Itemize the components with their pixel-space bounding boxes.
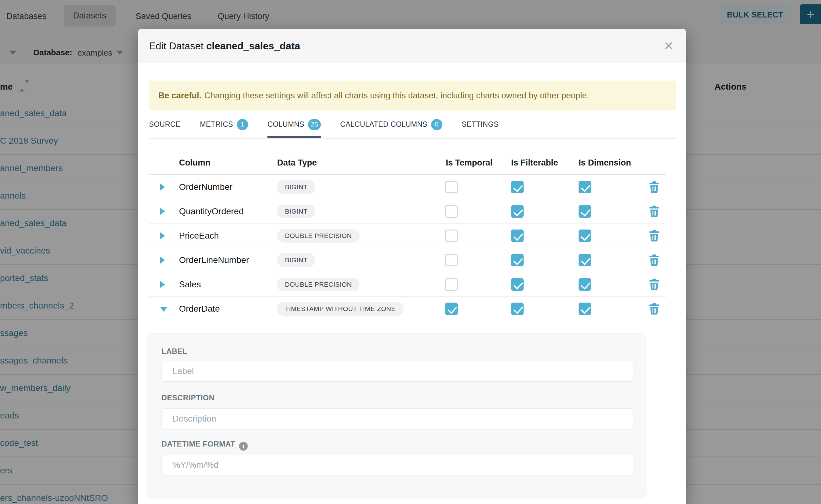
is-dimension-checkbox[interactable]	[579, 181, 591, 193]
columns-table: Column Data Type Is Temporal Is Filterab…	[149, 151, 666, 321]
tab-label: SETTINGS	[462, 120, 499, 129]
tab-count-badge: 0	[431, 119, 443, 130]
chevron-right-icon[interactable]	[160, 257, 165, 264]
tab-source[interactable]: SOURCE	[149, 111, 180, 138]
tab-label: METRICS	[200, 120, 233, 129]
columns-table-header: Column Data Type Is Temporal Is Filterab…	[149, 151, 666, 175]
column-name: Sales	[179, 279, 201, 289]
column-row: OrderLineNumberBIGINT	[149, 248, 666, 272]
is-temporal-checkbox[interactable]	[445, 254, 458, 266]
app-root: Databases Datasets Saved Queries Query H…	[0, 0, 821, 504]
column-row: OrderDateTIMESTAMP WITHOUT TIME ZONE	[149, 297, 666, 321]
trash-icon[interactable]	[649, 279, 660, 290]
column-detail-panel: LABEL DESCRIPTION DATETIME FORMATi	[147, 334, 645, 496]
column-row: QuantityOrderedBIGINT	[149, 199, 666, 224]
column-name: PriceEach	[179, 231, 219, 241]
datetime-format-input[interactable]	[161, 455, 633, 475]
is-dimension-checkbox[interactable]	[579, 230, 591, 242]
is-dimension-checkbox[interactable]	[579, 205, 591, 218]
column-row: PriceEachDOUBLE PRECISION	[149, 224, 666, 248]
tab-count-badge: 25	[308, 119, 321, 130]
is-temporal-checkbox[interactable]	[445, 278, 458, 291]
is-filterable-checkbox[interactable]	[511, 278, 524, 291]
modal-tabs: SOURCEMETRICS1COLUMNS25CALCULATED COLUMN…	[149, 111, 676, 139]
close-icon[interactable]: ✕	[664, 40, 674, 52]
is-filterable-checkbox[interactable]	[511, 205, 524, 218]
trash-icon[interactable]	[649, 303, 660, 315]
is-dimension-checkbox[interactable]	[579, 278, 591, 291]
trash-icon[interactable]	[649, 205, 660, 217]
data-type-pill: BIGINT	[277, 205, 315, 218]
is-temporal-checkbox[interactable]	[445, 181, 458, 193]
is-temporal-checkbox[interactable]	[445, 303, 458, 315]
is-dimension-checkbox[interactable]	[579, 254, 591, 266]
description-field-label: DESCRIPTION	[161, 393, 215, 402]
edit-dataset-modal: Edit Dataset cleaned_sales_data ✕ Be car…	[138, 29, 686, 504]
tab-count-badge: 1	[237, 119, 248, 130]
trash-icon[interactable]	[649, 230, 660, 242]
chevron-down-icon[interactable]	[160, 307, 167, 312]
tab-calculated-columns[interactable]: CALCULATED COLUMNS0	[340, 111, 443, 138]
description-input[interactable]	[161, 408, 633, 429]
modal-header: Edit Dataset cleaned_sales_data ✕	[138, 29, 686, 63]
is-filterable-checkbox[interactable]	[511, 254, 524, 266]
column-row: OrderNumberBIGINT	[149, 175, 666, 199]
data-type-pill: DOUBLE PRECISION	[277, 229, 359, 243]
column-name: OrderNumber	[179, 182, 232, 192]
data-type-pill: TIMESTAMP WITHOUT TIME ZONE	[277, 302, 403, 316]
data-type-pill: BIGINT	[277, 253, 315, 267]
column-name: QuantityOrdered	[179, 206, 244, 216]
tab-label: CALCULATED COLUMNS	[340, 120, 428, 129]
modal-body: Be careful. Changing these settings will…	[138, 81, 686, 496]
is-temporal-checkbox[interactable]	[445, 230, 458, 242]
warning-banner: Be careful. Changing these settings will…	[149, 81, 676, 111]
trash-icon[interactable]	[649, 181, 660, 193]
chevron-right-icon[interactable]	[160, 184, 165, 190]
is-filterable-checkbox[interactable]	[511, 230, 524, 242]
label-input[interactable]	[161, 361, 633, 382]
is-temporal-checkbox[interactable]	[445, 205, 458, 218]
tab-metrics[interactable]: METRICS1	[200, 111, 248, 138]
info-icon[interactable]: i	[239, 442, 248, 451]
tab-label: SOURCE	[149, 120, 180, 129]
chevron-right-icon[interactable]	[160, 208, 165, 215]
modal-title: Edit Dataset cleaned_sales_data	[149, 40, 300, 52]
tab-settings[interactable]: SETTINGS	[462, 111, 499, 138]
data-type-pill: BIGINT	[277, 180, 315, 194]
is-dimension-checkbox[interactable]	[579, 303, 591, 315]
data-type-pill: DOUBLE PRECISION	[277, 278, 359, 291]
is-filterable-checkbox[interactable]	[511, 181, 524, 193]
column-name: OrderLineNumber	[179, 255, 249, 265]
trash-icon[interactable]	[649, 254, 660, 266]
chevron-right-icon[interactable]	[160, 232, 165, 239]
tab-label: COLUMNS	[267, 120, 304, 129]
column-name: OrderDate	[179, 304, 220, 314]
tab-columns[interactable]: COLUMNS25	[267, 111, 321, 138]
is-filterable-checkbox[interactable]	[511, 303, 524, 315]
datetime-format-field-label: DATETIME FORMATi	[161, 440, 248, 451]
column-row: SalesDOUBLE PRECISION	[149, 272, 666, 297]
chevron-right-icon[interactable]	[160, 281, 165, 288]
label-field-label: LABEL	[161, 347, 187, 356]
